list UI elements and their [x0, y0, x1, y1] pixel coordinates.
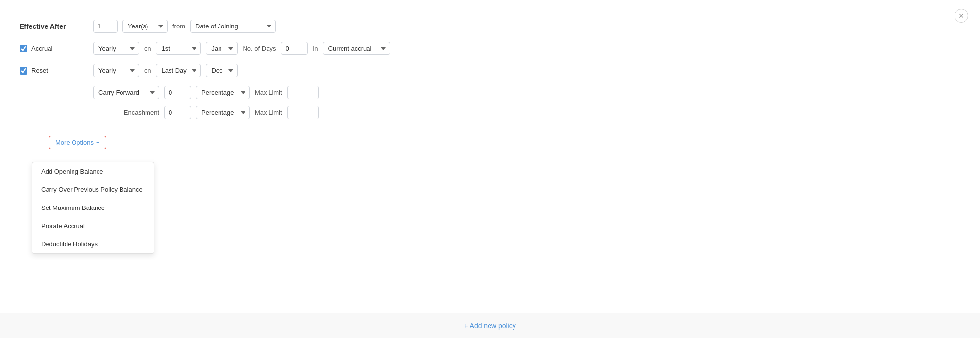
encashment-max-limit-label: Max Limit: [255, 109, 282, 116]
from-label: from: [172, 23, 185, 30]
effective-after-label: Effective After: [20, 23, 88, 30]
accrual-frequency-select[interactable]: Yearly Monthly Quarterly: [93, 42, 139, 55]
accrual-month-select[interactable]: JanFebMarApr MayJunJulAug SepOctNovDec: [206, 42, 238, 55]
carry-forward-row: Carry Forward Encashment Percentage Days…: [93, 86, 960, 99]
add-policy-section: + Add new policy: [0, 313, 980, 338]
effective-after-row: Effective After Year(s) Month(s) Week(s)…: [20, 20, 960, 33]
encashment-value[interactable]: [164, 106, 191, 119]
dropdown-item-deductible[interactable]: Deductible Holidays: [32, 235, 154, 253]
accrual-row: Accrual Yearly Monthly Quarterly on 1st …: [20, 42, 960, 55]
accrual-day-select[interactable]: 1st 2nd 3rd Last Day: [156, 42, 201, 55]
accrual-type-select[interactable]: Current accrual Previous accrual: [323, 42, 390, 55]
reset-month-select[interactable]: JanFebMarApr MayJunJulAug SepOctNovDec: [206, 64, 238, 77]
reset-checkbox-wrapper: Reset: [20, 67, 88, 75]
period-select[interactable]: Year(s) Month(s) Week(s) Day(s): [122, 20, 168, 33]
accrual-on-label: on: [144, 45, 151, 52]
encashment-label: Encashment: [93, 109, 159, 116]
encashment-max-limit-input[interactable]: [287, 106, 319, 119]
effective-after-number[interactable]: [93, 20, 118, 33]
page-wrapper: ✕ Effective After Year(s) Month(s) Week(…: [0, 0, 980, 338]
accrual-checkbox[interactable]: [20, 45, 27, 52]
add-new-policy-label: + Add new policy: [464, 322, 515, 330]
reset-checkbox[interactable]: [20, 67, 27, 75]
date-of-joining-select[interactable]: Date of Joining Date of Confirmation Dat…: [190, 20, 276, 33]
accrual-in-label: in: [313, 45, 318, 52]
form-section: Effective After Year(s) Month(s) Week(s)…: [20, 15, 960, 131]
carry-forward-percentage-select[interactable]: Percentage Days: [196, 86, 250, 99]
carry-forward-type-select[interactable]: Carry Forward Encashment: [93, 86, 159, 99]
close-icon: ✕: [958, 12, 964, 20]
add-new-policy-button[interactable]: + Add new policy: [464, 322, 515, 330]
more-options-button[interactable]: More Options +: [49, 136, 106, 149]
reset-row: Reset Yearly Monthly Quarterly on Last D…: [20, 64, 960, 77]
more-options-label: More Options: [55, 139, 94, 146]
more-options-dropdown: Add Opening Balance Carry Over Previous …: [32, 162, 154, 254]
carry-forward-value[interactable]: [164, 86, 191, 99]
reset-on-label: on: [144, 67, 151, 74]
dropdown-item-opening-balance[interactable]: Add Opening Balance: [32, 162, 154, 181]
accrual-days-input[interactable]: [281, 42, 308, 55]
encashment-row: Encashment Percentage Days Max Limit: [93, 106, 960, 119]
dropdown-item-max-balance[interactable]: Set Maximum Balance: [32, 199, 154, 217]
accrual-label: Accrual: [31, 45, 52, 52]
close-button[interactable]: ✕: [955, 9, 968, 23]
encashment-percentage-select[interactable]: Percentage Days: [196, 106, 250, 119]
reset-day-select[interactable]: Last Day 1st 2nd: [156, 64, 201, 77]
no-of-days-label: No. of Days: [243, 45, 276, 52]
dropdown-item-prorate[interactable]: Prorate Accrual: [32, 217, 154, 235]
accrual-checkbox-wrapper: Accrual: [20, 45, 88, 52]
reset-label: Reset: [31, 67, 48, 74]
more-options-plus-icon: +: [96, 139, 100, 146]
carry-forward-max-limit-input[interactable]: [287, 86, 319, 99]
carry-forward-max-limit-label: Max Limit: [255, 89, 282, 96]
dropdown-item-carry-over[interactable]: Carry Over Previous Policy Balance: [32, 181, 154, 199]
reset-frequency-select[interactable]: Yearly Monthly Quarterly: [93, 64, 139, 77]
